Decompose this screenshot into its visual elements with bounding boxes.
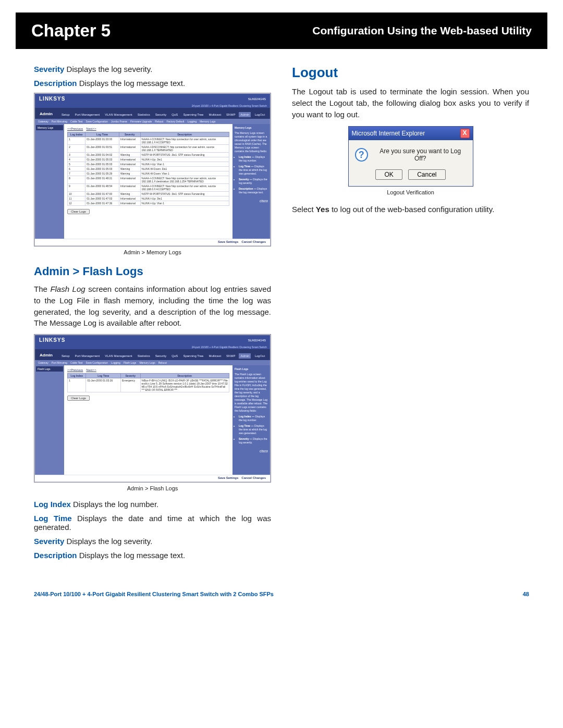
tab-setup[interactable]: Setup xyxy=(60,353,71,359)
table-cell: 9 xyxy=(68,184,85,192)
subtab-item[interactable]: Factory Default xyxy=(166,120,184,123)
sub-tabs: GatewayPort MirroringCable TestSave Conf… xyxy=(35,360,270,365)
tab-vlan-management[interactable]: VLAN Management xyxy=(103,112,133,117)
table-header: Severity xyxy=(121,374,140,378)
table-cell: Informational xyxy=(119,184,140,192)
table-cell: %Box-F-BH-LO-UNIQ: BOX-LD-PAIR OF LBASE … xyxy=(140,378,229,392)
brand-logo: LINKSYS xyxy=(39,96,65,102)
table-header: Log Time xyxy=(85,132,119,137)
subtab-item[interactable]: Cable Test xyxy=(70,120,83,123)
table-row: 101-Jan-2000 01:03:26Emergency%Box-F-BH-… xyxy=(68,378,229,392)
table-cell: 1 xyxy=(68,137,85,145)
tab-snmp[interactable]: SNMP xyxy=(225,112,237,117)
heading-flash-logs: Admin > Flash Logs xyxy=(34,265,271,278)
table-cell: 1 xyxy=(68,378,86,392)
definition-term: Description xyxy=(34,79,77,88)
definition-line: Log Time Displays the date and time at w… xyxy=(34,514,271,532)
prev-link[interactable]: <<Previous xyxy=(67,127,83,130)
table-cell: Warning xyxy=(119,192,140,196)
next-link[interactable]: Next>> xyxy=(86,368,96,372)
cancel-button[interactable]: Cancel xyxy=(408,169,445,180)
tab-logout[interactable]: LogOut xyxy=(253,353,266,359)
subtab-item[interactable]: Reboot xyxy=(155,120,163,123)
tab-port-management[interactable]: Port Management xyxy=(74,353,102,359)
tab-multicast[interactable]: Multicast xyxy=(207,353,223,359)
table-cell: 01-Jan-2000 01:47:03 xyxy=(85,196,119,201)
tab-port-management[interactable]: Port Management xyxy=(74,112,102,117)
table-row: 1101-Jan-2000 01:47:03Informational%LINK… xyxy=(68,196,229,201)
subtab-item[interactable]: Flash Logs xyxy=(124,361,136,364)
tab-admin[interactable]: Admin xyxy=(239,112,251,117)
left-nav-item[interactable]: Memory Logs xyxy=(36,125,63,130)
table-cell: 01-Jan-2000 01:05:03 xyxy=(85,162,119,167)
tab-qos[interactable]: QoS xyxy=(170,112,179,117)
definition-line: Description Displays the log message tex… xyxy=(34,551,271,560)
table-cell: 8 xyxy=(68,176,85,184)
tab-vlan-management[interactable]: VLAN Management xyxy=(103,353,133,359)
cancel-changes-button[interactable]: Cancel Changes xyxy=(241,240,266,243)
table-row: 701-Jan-2000 01:05:29Warning%LINK-W-Down… xyxy=(68,171,229,176)
cancel-changes-button[interactable]: Cancel Changes xyxy=(241,476,266,479)
left-nav-item[interactable]: Flash Logs xyxy=(36,366,63,372)
save-settings-button[interactable]: Save Settings xyxy=(218,476,238,479)
table-header: Description xyxy=(140,132,229,137)
cisco-logo: cisco xyxy=(235,199,268,204)
tab-setup[interactable]: Setup xyxy=(60,112,71,117)
subtab-item[interactable]: Save Configuration xyxy=(86,120,108,123)
left-nav: Memory Logs xyxy=(35,124,64,239)
subtab-item[interactable]: Save Configuration xyxy=(86,361,108,364)
table-cell: 01-Jan-2000 01:04:02 xyxy=(85,153,119,157)
tab-security[interactable]: Security xyxy=(154,353,168,359)
table-cell: %AAA-I-DISCONNECT: http connection for u… xyxy=(140,145,229,153)
definition-term: Log Time xyxy=(34,514,72,523)
subtab-item[interactable]: Jumbo Frame xyxy=(111,120,127,123)
table-cell: 01-Jan-2000 01:03:26 xyxy=(86,378,121,392)
subtab-item[interactable]: Memory Logs xyxy=(139,361,155,364)
subtab-item[interactable]: Port Mirroring xyxy=(52,120,67,123)
tab-statistics[interactable]: Statistics xyxy=(136,353,152,359)
screenshot-body: Flash Logs<<PreviousNext>>Log IndexLog T… xyxy=(35,365,270,475)
question-icon: ? xyxy=(355,148,368,162)
tab-security[interactable]: Security xyxy=(154,112,168,117)
subtab-item[interactable]: Cable Test xyxy=(70,361,83,364)
model-label: SLM224G4S xyxy=(248,97,266,101)
clear-logs-button[interactable]: Clear Logs xyxy=(67,396,90,401)
tab-spanning-tree[interactable]: Spanning Tree xyxy=(181,112,205,117)
ok-button[interactable]: OK xyxy=(375,169,402,180)
next-link[interactable]: Next>> xyxy=(86,127,96,130)
table-cell: 01-Jan-2000 01:05:29 xyxy=(85,171,119,176)
log-table: Log IndexLog TimeSeverityDescription101-… xyxy=(67,132,229,206)
table-row: 901-Jan-2000 01:48:54Informational%AAA-I… xyxy=(68,184,229,192)
tab-statistics[interactable]: Statistics xyxy=(136,112,152,117)
tab-multicast[interactable]: Multicast xyxy=(207,112,223,117)
tab-qos[interactable]: QoS xyxy=(170,353,179,359)
help-text: The Memory Logs screen contains all syst… xyxy=(235,131,268,153)
table-cell: Warning xyxy=(119,153,140,157)
table-header: Severity xyxy=(119,132,140,137)
tab-spanning-tree[interactable]: Spanning Tree xyxy=(181,353,205,359)
prev-link[interactable]: <<Previous xyxy=(67,368,83,372)
tab-logout[interactable]: LogOut xyxy=(253,112,266,117)
logout-body-2: Select Yes to log out of the web-based c… xyxy=(292,204,529,215)
close-icon[interactable]: X xyxy=(460,129,470,138)
subtab-item[interactable]: Logging xyxy=(111,361,120,364)
subtab-item[interactable]: Reboot xyxy=(158,361,167,364)
help-item: Description — Displays the log message t… xyxy=(239,187,268,194)
subtab-item[interactable]: Logging xyxy=(187,120,197,123)
table-cell: %STP-W-PORTSTATUS: 3/e1: STP status Forw… xyxy=(140,153,229,157)
tab-admin[interactable]: Admin xyxy=(239,353,251,359)
subtab-item[interactable]: Gateway xyxy=(38,120,48,123)
subtab-item[interactable]: Gateway xyxy=(38,361,48,364)
table-cell: Informational xyxy=(119,137,140,145)
table-row: 301-Jan-2000 01:04:02Warning%STP-W-PORTS… xyxy=(68,153,229,157)
tab-snmp[interactable]: SNMP xyxy=(225,353,237,359)
subtab-item[interactable]: Port Mirroring xyxy=(52,361,67,364)
save-settings-button[interactable]: Save Settings xyxy=(218,240,238,243)
table-cell: %STP-W-PORTSTATUS: 3/e1: STP status Forw… xyxy=(140,192,229,196)
table-row: 201-Jan-2000 01:03:51Informational%AAA-I… xyxy=(68,145,229,153)
subtab-item[interactable]: Firmware Upgrade xyxy=(130,120,152,123)
table-header: Log Time xyxy=(86,374,121,378)
subtab-item[interactable]: Memory Logs xyxy=(200,120,215,123)
brand-bar: LINKSYSSLM224G4S xyxy=(35,94,270,104)
clear-logs-button[interactable]: Clear Logs xyxy=(67,209,90,214)
